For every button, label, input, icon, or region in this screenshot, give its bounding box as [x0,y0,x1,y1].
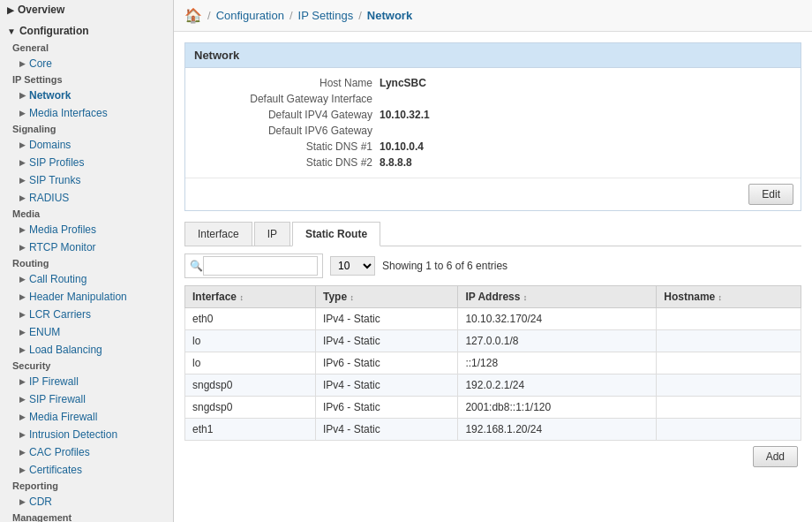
info-row-dns1: Static DNS #1 10.10.0.4 [185,139,801,155]
info-row-ipv6-gateway: Default IPV6 Gateway [185,123,801,139]
col-type[interactable]: Type ↕ [315,286,457,308]
table-row: loIPv6 - Static::1/128 [185,352,801,374]
sidebar-item-rtcp-monitor[interactable]: ▶ RTCP Monitor [0,238,173,256]
sidebar-item-call-routing[interactable]: ▶ Call Routing [0,270,173,288]
add-button[interactable]: Add [753,446,798,467]
overview-arrow: ▶ [7,5,14,15]
cell-interface: lo [185,330,316,352]
cell-interface: sngdsp0 [185,374,316,397]
cell-hostname [657,352,801,374]
sidebar-item-sip-firewall[interactable]: ▶ SIP Firewall [0,390,173,408]
cell-ip_address: ::1/128 [458,352,657,374]
sidebar-group-reporting: Reporting [0,479,173,493]
cell-type: IPv4 - Static [315,419,457,441]
sidebar-item-sip-trunks[interactable]: ▶ SIP Trunks [0,171,173,189]
sort-interface-icon: ↕ [239,293,244,302]
sidebar-item-intrusion-detection[interactable]: ▶ Intrusion Detection [0,426,173,443]
tab-ip[interactable]: IP [254,222,290,246]
table-row: sngdsp0IPv4 - Static192.0.2.1/24 [185,374,801,397]
sidebar-item-domains[interactable]: ▶ Domains [0,136,173,154]
table-row: sngdsp0IPv6 - Static2001:db8::1:1/120 [185,397,801,419]
home-icon[interactable]: 🏠 [184,7,202,24]
tab-interface[interactable]: Interface [184,222,252,246]
sidebar-item-media-profiles[interactable]: ▶ Media Profiles [0,221,173,238]
search-input[interactable] [203,256,318,276]
table-row: eth0IPv4 - Static10.10.32.170/24 [185,308,801,330]
search-wrapper[interactable]: 🔍 [184,253,323,278]
sidebar-section-overview[interactable]: ▶ Overview [0,0,173,19]
cell-ip_address: 10.10.32.170/24 [458,308,657,330]
cell-ip_address: 127.0.0.1/8 [458,330,657,352]
sidebar-item-cac-profiles[interactable]: ▶ CAC Profiles [0,443,173,461]
cell-hostname [657,374,801,397]
cell-interface: lo [185,352,316,374]
sidebar-section-configuration[interactable]: ▼ Configuration [0,21,173,41]
main-content: 🏠 / Configuration / IP Settings / Networ… [174,0,812,522]
sidebar-item-enum[interactable]: ▶ ENUM [0,323,173,341]
sidebar-item-radius[interactable]: ▶ RADIUS [0,189,173,207]
overview-label: Overview [18,4,64,16]
sidebar-item-header-manipulation[interactable]: ▶ Header Manipulation [0,288,173,306]
col-ip-address[interactable]: IP Address ↕ [458,286,657,308]
network-section-title: Network [185,43,801,68]
tab-static-route[interactable]: Static Route [292,222,380,246]
sidebar-item-media-firewall[interactable]: ▶ Media Firewall [0,408,173,426]
content-area: Network Host Name LyncSBC Default Gatewa… [174,32,812,522]
col-hostname[interactable]: Hostname ↕ [657,286,801,308]
sort-type-icon: ↕ [350,293,354,302]
configuration-label: Configuration [19,25,89,37]
cell-ip_address: 192.0.2.1/24 [458,374,657,397]
configuration-arrow: ▼ [7,26,16,36]
sidebar-item-media-interfaces[interactable]: ▶ Media Interfaces [0,104,173,122]
sidebar-item-sip-profiles[interactable]: ▶ SIP Profiles [0,154,173,171]
sort-hostname-icon: ↕ [718,293,723,302]
sidebar-group-media: Media [0,207,173,221]
breadcrumb: 🏠 / Configuration / IP Settings / Networ… [174,0,812,32]
sidebar-item-cdr[interactable]: ▶ CDR [0,493,173,511]
cell-ip_address: 2001:db8::1:1/120 [458,397,657,419]
tabs-bar: Interface IP Static Route [184,222,801,246]
cell-interface: sngdsp0 [185,397,316,419]
breadcrumb-ip-settings[interactable]: IP Settings [298,9,354,22]
sidebar-item-ip-firewall[interactable]: ▶ IP Firewall [0,373,173,390]
cell-type: IPv6 - Static [315,352,457,374]
interface-table: Interface ↕ Type ↕ IP Address ↕ Hostname… [184,285,801,441]
info-row-dns2: Static DNS #2 8.8.8.8 [185,155,801,170]
sidebar-item-network[interactable]: ▶ Network [0,87,173,104]
info-row-gateway-interface: Default Gateway Interface [185,91,801,107]
cell-interface: eth1 [185,419,316,441]
sidebar-item-lcr-carriers[interactable]: ▶ LCR Carriers [0,306,173,323]
sidebar-item-certificates[interactable]: ▶ Certificates [0,461,173,479]
table-actions: Add [184,441,801,473]
network-section: Network Host Name LyncSBC Default Gatewa… [184,42,801,211]
cell-ip_address: 192.168.1.20/24 [458,419,657,441]
cell-hostname [657,330,801,352]
sidebar-item-load-balancing[interactable]: ▶ Load Balancing [0,341,173,359]
search-icon: 🔍 [190,260,203,272]
cell-hostname [657,397,801,419]
edit-button[interactable]: Edit [748,184,793,205]
breadcrumb-configuration[interactable]: Configuration [216,9,284,22]
sidebar-group-signaling: Signaling [0,122,173,136]
cell-type: IPv4 - Static [315,308,457,330]
table-row: eth1IPv4 - Static192.168.1.20/24 [185,419,801,441]
cell-hostname [657,419,801,441]
cell-type: IPv6 - Static [315,397,457,419]
sort-ip-icon: ↕ [523,293,528,302]
cell-type: IPv4 - Static [315,374,457,397]
filter-bar: 🔍 10 25 50 100 Showing 1 to 6 of 6 entri… [184,253,801,278]
cell-interface: eth0 [185,308,316,330]
per-page-select[interactable]: 10 25 50 100 [330,256,375,276]
col-interface[interactable]: Interface ↕ [185,286,316,308]
sidebar-item-core[interactable]: ▶ Core [0,55,173,72]
cell-type: IPv4 - Static [315,330,457,352]
sidebar-group-security: Security [0,359,173,373]
cell-hostname [657,308,801,330]
showing-text: Showing 1 to 6 of 6 entries [382,260,508,272]
info-row-ipv4-gateway: Default IPV4 Gateway 10.10.32.1 [185,107,801,123]
info-row-hostname: Host Name LyncSBC [185,75,801,91]
table-row: loIPv4 - Static127.0.0.1/8 [185,330,801,352]
sidebar-group-general: General [0,41,173,55]
sidebar-group-routing: Routing [0,256,173,270]
breadcrumb-network: Network [367,9,412,22]
